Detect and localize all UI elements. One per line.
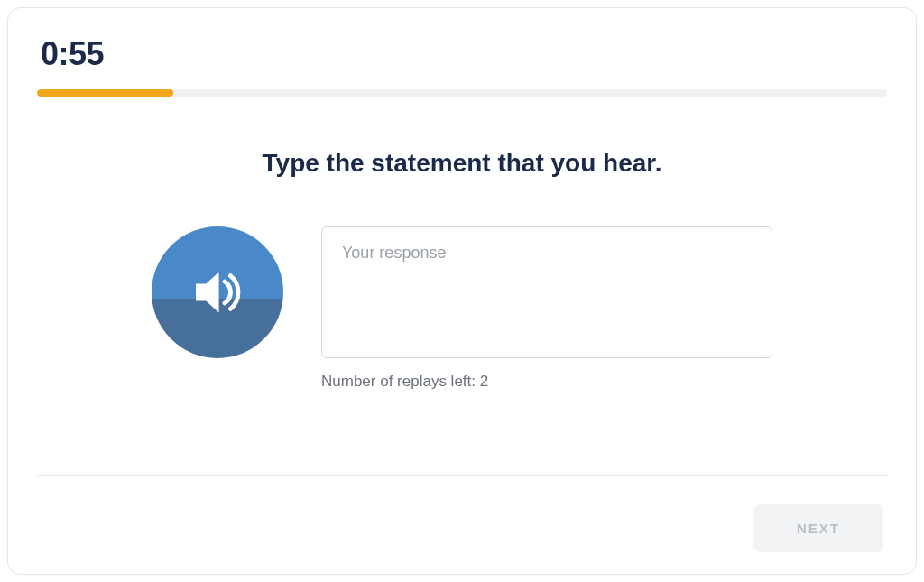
actions-row: NEXT bbox=[37, 504, 887, 552]
replays-remaining: Number of replays left: 2 bbox=[321, 373, 772, 391]
prompt-text: Type the statement that you hear. bbox=[37, 149, 887, 178]
footer: NEXT bbox=[37, 475, 887, 552]
divider bbox=[37, 475, 887, 476]
response-column: Number of replays left: 2 bbox=[321, 226, 772, 391]
next-button[interactable]: NEXT bbox=[753, 504, 883, 552]
speaker-icon bbox=[181, 256, 254, 328]
progress-bar bbox=[37, 89, 887, 97]
play-audio-button[interactable] bbox=[152, 226, 283, 358]
timer: 0:55 bbox=[41, 35, 887, 73]
response-input[interactable] bbox=[321, 226, 772, 358]
content-row: Number of replays left: 2 bbox=[37, 226, 887, 391]
progress-fill bbox=[37, 89, 173, 97]
exercise-card: 0:55 Type the statement that you hear. N… bbox=[7, 7, 917, 575]
